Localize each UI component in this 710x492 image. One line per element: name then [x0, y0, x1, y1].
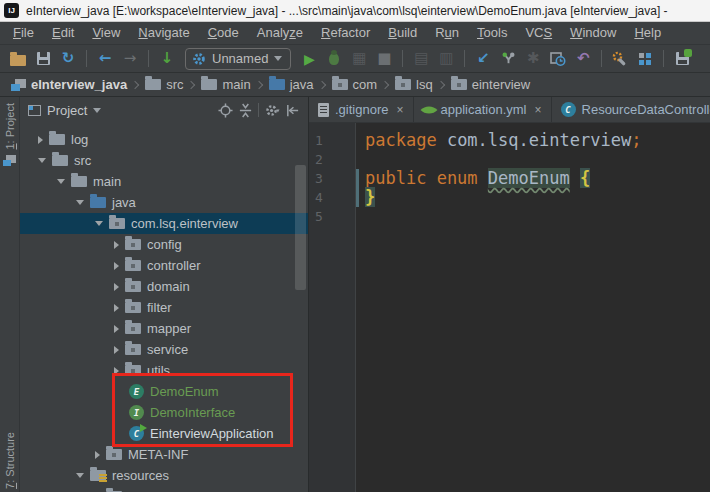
tree-toggle-collapsed-icon[interactable]	[114, 304, 119, 312]
save-all-icon[interactable]	[32, 48, 54, 70]
tree-toggle-collapsed-icon[interactable]	[114, 283, 119, 291]
menu-item-window[interactable]: Window	[561, 22, 625, 44]
coverage-icon[interactable]: ▦	[348, 48, 370, 70]
folder-icon	[49, 134, 65, 145]
commit-icon[interactable]	[497, 48, 519, 70]
update-project-icon[interactable]: ↙	[472, 48, 494, 70]
menu-item-navigate[interactable]: Navigate	[129, 22, 198, 44]
editor-tab-application.yml[interactable]: application.yml×	[414, 97, 552, 122]
tree-item-EinterviewApplication[interactable]: CEinterviewApplication	[20, 423, 308, 444]
project-structure-icon[interactable]	[634, 48, 656, 70]
local-history-icon[interactable]	[547, 48, 569, 70]
editor-tab-.gitignore[interactable]: .gitignore×	[309, 97, 414, 122]
breadcrumb-label: lsq	[416, 77, 433, 92]
folder-icon	[71, 176, 87, 187]
tree-toggle-collapsed-icon[interactable]	[114, 325, 119, 333]
breadcrumb-item-java[interactable]: java	[266, 77, 317, 92]
breadcrumb-item-src[interactable]: src	[142, 77, 186, 92]
breadcrumb-item-com[interactable]: com	[329, 77, 381, 92]
package-icon	[125, 281, 141, 292]
tree-scrollbar[interactable]	[295, 165, 306, 290]
rollback-icon[interactable]: ↶	[572, 48, 594, 70]
forward-icon[interactable]: →	[119, 48, 141, 70]
tree-toggle-expanded-icon[interactable]	[76, 473, 84, 478]
editor-tab-ResourceDataController[interactable]: CResourceDataController	[552, 97, 710, 122]
tree-item-DemoInterface[interactable]: IDemoInterface	[20, 402, 308, 423]
collapse-all-icon[interactable]	[235, 100, 255, 120]
tree-item-java[interactable]: java	[20, 192, 308, 213]
menu-item-run[interactable]: Run	[426, 22, 468, 44]
breadcrumb-item-lsq[interactable]: lsq	[392, 77, 436, 92]
tool-window-button-structure[interactable]: 7: Structure	[4, 432, 16, 489]
tree-item-domain[interactable]: domain	[20, 276, 308, 297]
chevron-down-icon[interactable]	[93, 108, 101, 113]
tree-toggle-expanded-icon[interactable]	[57, 179, 65, 184]
menu-item-help[interactable]: Help	[625, 22, 670, 44]
tree-item-META-INF[interactable]: META-INF	[20, 444, 308, 465]
resources-folder-icon	[90, 470, 106, 481]
tree-item-filter[interactable]: filter	[20, 297, 308, 318]
tree-toggle-collapsed-icon[interactable]	[95, 451, 100, 459]
tree-item-log[interactable]: log	[20, 129, 308, 150]
attach-profiler-icon[interactable]: ▥	[435, 48, 457, 70]
breadcrumb-item-main[interactable]: main	[198, 77, 253, 92]
tree-toggle-collapsed-icon[interactable]	[114, 262, 119, 270]
debug-icon[interactable]	[323, 48, 345, 70]
menu-item-analyze[interactable]: Analyze	[248, 22, 312, 44]
stop-icon[interactable]: ■	[373, 48, 395, 70]
settings-icon[interactable]	[609, 48, 631, 70]
breadcrumb-item-einterview[interactable]: einterview	[448, 77, 534, 92]
tree-toggle-collapsed-icon[interactable]	[114, 367, 119, 375]
tree-item-DemoEnum[interactable]: EDemoEnum	[20, 381, 308, 402]
tree-toggle-collapsed-icon[interactable]	[38, 136, 43, 144]
diff-icon[interactable]: ✱	[522, 48, 544, 70]
settings-gear-icon[interactable]	[262, 100, 282, 120]
tree-toggle-expanded-icon[interactable]	[76, 200, 84, 205]
gear-icon	[192, 52, 206, 66]
breadcrumb-item-eInterview_java[interactable]: eInterview_java	[8, 77, 130, 92]
project-tool-window-icon[interactable]	[3, 155, 16, 166]
tree-toggle-expanded-icon[interactable]	[95, 221, 103, 226]
menu-item-code[interactable]: Code	[199, 22, 248, 44]
menu-item-file[interactable]: File	[4, 22, 43, 44]
open-icon[interactable]	[7, 48, 29, 70]
back-icon[interactable]: ←	[94, 48, 116, 70]
download-sources-icon[interactable]: ↓	[156, 48, 178, 70]
locate-icon[interactable]	[215, 100, 235, 120]
tree-item-resources[interactable]: resources	[20, 465, 308, 486]
tool-window-button-project[interactable]: 1: Project	[4, 103, 16, 150]
menu-item-tools[interactable]: Tools	[468, 22, 516, 44]
tree-item-controller[interactable]: controller	[20, 255, 308, 276]
run-config-selector[interactable]: Unnamed	[185, 48, 291, 70]
tree-item-label: src	[74, 153, 91, 168]
menu-item-edit[interactable]: Edit	[43, 22, 83, 44]
tree-toggle-collapsed-icon[interactable]	[114, 241, 119, 249]
tree-item-utils[interactable]: utils	[20, 360, 308, 381]
tree-item-service[interactable]: service	[20, 339, 308, 360]
run-icon[interactable]: ▶	[298, 48, 320, 70]
tree-item-com.lsq.einterview[interactable]: com.lsq.einterview	[20, 213, 308, 234]
close-tab-icon[interactable]: ×	[396, 104, 403, 116]
tree-item-src[interactable]: src	[20, 150, 308, 171]
toolbar-separator	[464, 50, 465, 67]
code-editor[interactable]: package com.lsq.einterview;public enum D…	[356, 123, 710, 492]
tree-toggle-expanded-icon[interactable]	[38, 158, 46, 163]
tree-toggle-collapsed-icon[interactable]	[114, 346, 119, 354]
menu-item-build[interactable]: Build	[379, 22, 426, 44]
menu-item-refactor[interactable]: Refactor	[312, 22, 379, 44]
tree-item-mapper[interactable]: mapper	[20, 318, 308, 339]
synchronize-icon[interactable]: ↻	[57, 48, 79, 70]
menu-item-view[interactable]: View	[83, 22, 129, 44]
tree-item-partial[interactable]	[20, 486, 308, 492]
breadcrumb-label: com	[353, 77, 378, 92]
menu-item-vcs[interactable]: VCS	[516, 22, 561, 44]
code-line	[365, 207, 710, 226]
save-plugin-icon[interactable]	[671, 48, 693, 70]
tree-item-main[interactable]: main	[20, 171, 308, 192]
source-folder-icon	[90, 197, 106, 208]
line-number: 5	[309, 207, 355, 226]
tree-item-config[interactable]: config	[20, 234, 308, 255]
profiler-icon[interactable]: ▤	[410, 48, 432, 70]
close-tab-icon[interactable]: ×	[535, 104, 542, 116]
hide-panel-icon[interactable]	[282, 100, 302, 120]
